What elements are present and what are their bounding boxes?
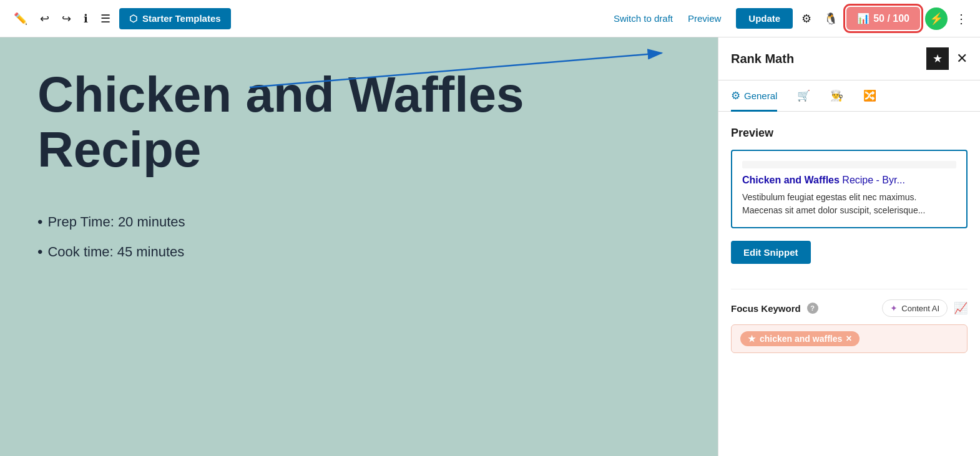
keyword-remove-button[interactable]: × (846, 334, 851, 344)
keyword-tag-container[interactable]: ★ chicken and waffles × (731, 324, 968, 353)
list-view-btn[interactable]: ☰ (97, 8, 114, 29)
content-ai-button[interactable]: ✦ Content AI (882, 299, 948, 317)
sidebar-title: Rank Math (731, 52, 794, 66)
green-circle-button[interactable]: ⚡ (925, 7, 948, 30)
score-bar-icon: 📊 (857, 12, 870, 24)
post-title[interactable]: Chicken and Waffles Recipe (37, 67, 680, 177)
sidebar-tabs: ⚙ General 🛒 👨‍🍳 🔀 (718, 80, 980, 112)
prep-time-text: Prep Time: 20 minutes (47, 208, 185, 236)
close-sidebar-button[interactable]: ✕ (956, 51, 968, 67)
advanced-tab-icon: 🔀 (863, 89, 876, 102)
tab-social[interactable]: 🛒 (797, 80, 810, 112)
preview-title-rest: Recipe - Byr... (842, 175, 904, 185)
sidebar-content: Preview Chicken and Waffles Recipe - Byr… (718, 112, 980, 456)
general-tab-label: General (744, 90, 777, 101)
preview-link-title: Chicken and Waffles Recipe - Byr... (742, 175, 956, 186)
settings-button[interactable]: ⚙ (798, 8, 815, 29)
redo-btn[interactable]: ↪ (58, 8, 75, 29)
cook-time-item: • Cook time: 45 minutes (37, 237, 680, 267)
kebab-menu-button[interactable]: ⋮ (953, 9, 970, 29)
preview-button[interactable]: Preview (688, 13, 721, 24)
yoast-button[interactable]: 🐧 (820, 8, 841, 29)
starter-templates-label: Starter Templates (142, 13, 221, 24)
edit-icon-btn[interactable]: ✏️ (10, 8, 31, 29)
bullet-1: • (37, 207, 42, 237)
keyword-tag-text: chicken and waffles (760, 334, 842, 344)
preview-url-bar (742, 161, 956, 168)
toolbar-right: ⚙ 🐧 📊 50 / 100 ⚡ ⋮ (798, 7, 970, 30)
main-layout: Chicken and Waffles Recipe • Prep Time: … (0, 37, 980, 456)
tab-advanced[interactable]: 🔀 (863, 80, 876, 112)
preview-description: Vestibulum feugiat egestas elit nec maxi… (742, 191, 956, 217)
starter-templates-icon: ⬡ (129, 13, 137, 24)
sidebar-header-icons: ★ ✕ (926, 47, 968, 70)
starter-templates-button[interactable]: ⬡ Starter Templates (119, 8, 231, 29)
trend-icon-button[interactable]: 📈 (954, 301, 968, 315)
focus-keyword-label: Focus Keyword (731, 303, 801, 314)
tab-general[interactable]: ⚙ General (731, 80, 777, 112)
general-tab-icon: ⚙ (731, 89, 740, 102)
social-tab-icon: 🛒 (797, 89, 810, 102)
bullet-2: • (37, 237, 42, 267)
toolbar-left: ✏️ ↩ ↪ ℹ ☰ ⬡ Starter Templates (10, 8, 609, 29)
keyword-star-icon: ★ (748, 334, 756, 344)
update-button[interactable]: Update (736, 8, 793, 29)
editor-area[interactable]: Chicken and Waffles Recipe • Prep Time: … (0, 37, 718, 456)
preview-title-bold: Chicken and Waffles (742, 175, 840, 185)
rank-math-score-button[interactable]: 📊 50 / 100 (846, 7, 920, 30)
preview-box: Chicken and Waffles Recipe - Byr... Vest… (731, 150, 968, 228)
star-button[interactable]: ★ (926, 47, 949, 70)
tab-schema[interactable]: 👨‍🍳 (830, 80, 843, 112)
prep-time-item: • Prep Time: 20 minutes (37, 207, 680, 237)
edit-snippet-button[interactable]: Edit Snippet (731, 241, 811, 264)
switch-to-draft-button[interactable]: Switch to draft (614, 13, 673, 24)
divider (731, 289, 968, 289)
focus-keyword-row: Focus Keyword ? ✦ Content AI 📈 (731, 299, 968, 317)
sidebar: Rank Math ★ ✕ ⚙ General 🛒 👨‍🍳 🔀 (718, 37, 980, 456)
toolbar-center: Switch to draft Preview Update (614, 8, 793, 29)
keyword-tag: ★ chicken and waffles × (740, 331, 860, 346)
info-btn[interactable]: ℹ (80, 8, 92, 29)
toolbar: ✏️ ↩ ↪ ℹ ☰ ⬡ Starter Templates Switch to… (0, 0, 980, 37)
post-meta: • Prep Time: 20 minutes • Cook time: 45 … (37, 207, 680, 267)
bolt-icon: ⚡ (929, 12, 943, 26)
focus-keyword-help-icon[interactable]: ? (807, 303, 818, 314)
content-ai-sparkle-icon: ✦ (890, 303, 898, 313)
cook-time-text: Cook time: 45 minutes (47, 238, 184, 266)
schema-tab-icon: 👨‍🍳 (830, 89, 843, 102)
preview-section-title: Preview (731, 127, 968, 140)
content-ai-label: Content AI (901, 304, 939, 313)
score-value: 50 / 100 (873, 13, 909, 24)
sidebar-header: Rank Math ★ ✕ (718, 37, 980, 80)
undo-btn[interactable]: ↩ (36, 8, 53, 29)
